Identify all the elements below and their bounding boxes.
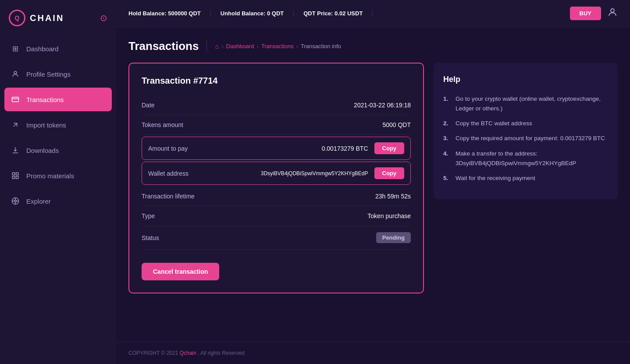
explorer-icon [11, 196, 20, 206]
sidebar-item-profile-settings[interactable]: Profile Settings [0, 61, 116, 87]
breadcrumb-dashboard[interactable]: Dashboard [226, 43, 254, 49]
sidebar-nav: ⊞ Dashboard Profile Settings Transaction… [0, 36, 116, 214]
lifetime-label: Transaction lifetime [142, 193, 195, 200]
user-icon[interactable] [607, 7, 618, 20]
downloads-icon [11, 145, 20, 155]
tokens-label: Tokens amount [142, 121, 183, 128]
svg-rect-3 [16, 173, 18, 175]
help-panel: Help Go to your crypto wallet (online wa… [434, 63, 618, 199]
type-value: Token purchase [367, 212, 411, 219]
date-label: Date [142, 102, 155, 109]
cancel-transaction-button[interactable]: Cancel transaction [142, 263, 219, 280]
help-step-4: Make a transfer to the address: 3DsyiBVB… [443, 149, 608, 169]
sidebar-item-downloads[interactable]: Downloads [0, 138, 116, 163]
status-badge: Pending [376, 232, 411, 243]
buy-button[interactable]: BUY [570, 7, 601, 20]
sidebar-item-transactions[interactable]: Transactions [4, 88, 112, 111]
promo-icon [11, 171, 20, 180]
hold-balance: Hold Balance: 500000 QDT [128, 10, 211, 17]
tx-row-tokens-amount: Tokens amount 5000 QDT [142, 115, 411, 135]
profile-icon [11, 69, 20, 79]
sidebar-logo: Q CHAIN ⊙ [0, 0, 116, 36]
sidebar-item-label: Explorer [26, 198, 51, 205]
logo-text: CHAIN [30, 13, 64, 23]
help-step-5: Wait for the receiving payment [443, 173, 608, 183]
wallet-label: Wallet address [148, 170, 189, 177]
transaction-title: Transaction #7714 [142, 76, 411, 86]
amount-label: Amount to pay [148, 145, 188, 152]
page-header: Transactions ⌂ › Dashboard › Transaction… [128, 39, 618, 53]
dashboard-icon: ⊞ [11, 44, 20, 53]
sidebar-item-label: Import tokens [26, 121, 66, 129]
footer-copyright: COPYRIGHT © 2021 [128, 350, 178, 356]
copy-amount-button[interactable]: Copy [374, 142, 405, 154]
help-step-2: Copy the BTC wallet address [443, 119, 608, 128]
main-layout: Transaction #7714 Date 2021-03-22 06:19:… [128, 63, 618, 293]
sidebar-item-label: Profile Settings [26, 71, 71, 78]
sidebar-item-label: Promo materials [26, 172, 74, 180]
wallet-value: 3DsyiBVB4jQDBiSpwiVmmgw5Y2KHYgBEdP [261, 170, 368, 177]
page-title: Transactions [128, 39, 199, 53]
breadcrumb: ⌂ › Dashboard › Transactions › Transacti… [215, 42, 341, 50]
svg-rect-2 [12, 173, 14, 175]
amount-value: 0.00173279 BTC [322, 145, 368, 152]
sidebar-item-label: Dashboard [26, 45, 58, 53]
tx-row-status: Status Pending [142, 226, 411, 250]
logo-mark: Q [9, 10, 25, 26]
sidebar: Q CHAIN ⊙ ⊞ Dashboard Profile Settings T… [0, 0, 116, 364]
home-icon[interactable]: ⌂ [215, 42, 219, 50]
lifetime-value: 23h 59m 52s [375, 193, 411, 200]
transactions-icon [11, 95, 20, 104]
footer-suffix: , All rights Reserved [198, 350, 245, 356]
tx-row-amount-to-pay: Amount to pay 0.00173279 BTC Copy [142, 137, 411, 160]
sidebar-item-promo-materials[interactable]: Promo materials [0, 163, 116, 188]
breadcrumb-transactions[interactable]: Transactions [261, 43, 294, 49]
svg-rect-4 [12, 177, 14, 179]
content-area: Transactions ⌂ › Dashboard › Transaction… [116, 27, 630, 342]
footer-brand[interactable]: Qchain [180, 350, 196, 356]
qdt-price: QDT Price: 0.02 USDT [294, 10, 373, 17]
topbar: Hold Balance: 500000 QDT Unhold Balance:… [116, 0, 630, 27]
sidebar-item-import-tokens[interactable]: Import tokens [0, 112, 116, 138]
tx-row-lifetime: Transaction lifetime 23h 59m 52s [142, 187, 411, 206]
help-steps: Go to your crypto wallet (online wallet,… [443, 94, 608, 184]
header-divider [206, 40, 207, 53]
tx-row-wallet-address: Wallet address 3DsyiBVB4jQDBiSpwiVmmgw5Y… [142, 162, 411, 185]
topbar-right: BUY [570, 7, 618, 20]
tx-row-date: Date 2021-03-22 06:19:18 [142, 95, 411, 115]
copy-wallet-button[interactable]: Copy [374, 167, 405, 179]
target-icon: ⊙ [100, 13, 107, 23]
help-step-1: Go to your crypto wallet (online wallet,… [443, 94, 608, 114]
help-title: Help [443, 73, 608, 86]
type-label: Type [142, 212, 155, 219]
status-label: Status [142, 234, 159, 241]
svg-rect-5 [16, 177, 18, 179]
tokens-value: 5000 QDT [382, 121, 411, 128]
footer: COPYRIGHT © 2021 Qchain , All rights Res… [116, 342, 630, 364]
transaction-card: Transaction #7714 Date 2021-03-22 06:19:… [128, 63, 424, 293]
sidebar-item-label: Transactions [26, 96, 64, 103]
breadcrumb-current: Transaction info [301, 43, 341, 49]
sidebar-item-dashboard[interactable]: ⊞ Dashboard [0, 36, 116, 61]
unhold-balance: Unhold Balance: 0 QDT [211, 10, 294, 17]
sidebar-item-label: Downloads [26, 147, 59, 154]
svg-rect-1 [12, 97, 19, 102]
svg-point-0 [14, 71, 17, 74]
svg-point-7 [14, 200, 17, 202]
import-icon [11, 120, 20, 130]
date-value: 2021-03-22 06:19:18 [354, 102, 411, 109]
help-step-3: Copy the required amount for payment: 0.… [443, 134, 608, 143]
tx-row-type: Type Token purchase [142, 206, 411, 226]
main-content: Hold Balance: 500000 QDT Unhold Balance:… [116, 0, 630, 364]
sidebar-item-explorer[interactable]: Explorer [0, 188, 116, 214]
svg-point-12 [611, 9, 614, 12]
